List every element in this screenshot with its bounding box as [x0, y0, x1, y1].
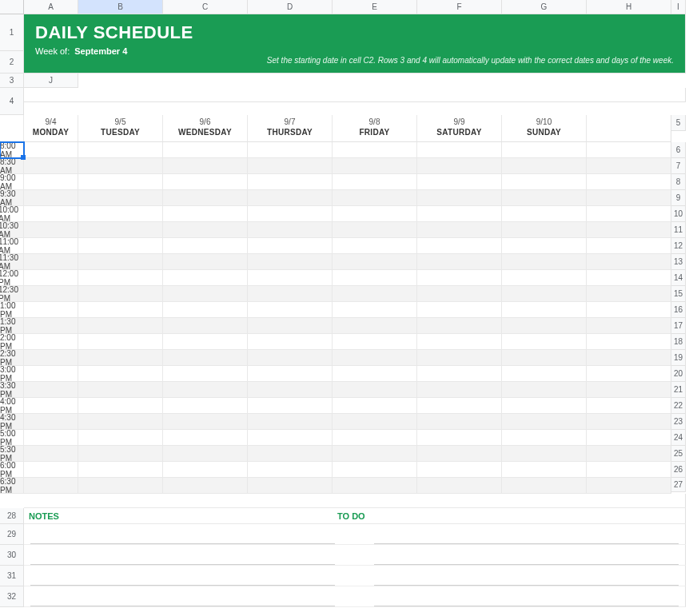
day-header-sunday[interactable]: 9/10SUNDAY	[502, 115, 587, 142]
schedule-cell[interactable]	[248, 270, 333, 286]
schedule-cell[interactable]	[248, 318, 333, 334]
schedule-cell[interactable]	[78, 254, 163, 270]
note-line-row[interactable]	[24, 524, 686, 545]
schedule-cell[interactable]	[417, 190, 502, 206]
time-label[interactable]: 8:00 AM	[0, 142, 24, 158]
day-header-thursday[interactable]: 9/7THURSDAY	[248, 115, 333, 142]
schedule-cell[interactable]	[417, 366, 502, 382]
schedule-cell[interactable]	[333, 366, 417, 382]
column-header-A[interactable]: A	[24, 0, 78, 14]
schedule-cell[interactable]	[163, 446, 248, 462]
schedule-cell[interactable]	[502, 190, 587, 206]
schedule-cell-end[interactable]	[587, 142, 671, 158]
schedule-cell[interactable]	[78, 238, 163, 254]
schedule-cell-end[interactable]	[587, 190, 671, 206]
row-header-16[interactable]: 16	[671, 302, 686, 318]
schedule-cell[interactable]	[248, 350, 333, 366]
schedule-cell[interactable]	[502, 382, 587, 398]
schedule-cell-end[interactable]	[587, 366, 671, 382]
time-label[interactable]: 8:30 AM	[0, 158, 24, 174]
schedule-cell[interactable]	[24, 318, 78, 334]
schedule-cell-end[interactable]	[587, 254, 671, 270]
schedule-cell[interactable]	[417, 350, 502, 366]
time-label[interactable]: 11:30 AM	[0, 254, 24, 270]
schedule-cell[interactable]	[417, 270, 502, 286]
schedule-cell[interactable]	[163, 382, 248, 398]
schedule-cell[interactable]	[333, 158, 417, 174]
schedule-cell-end[interactable]	[587, 446, 671, 462]
schedule-cell[interactable]	[417, 238, 502, 254]
row-header-2[interactable]: 2	[0, 51, 24, 74]
time-label[interactable]: 10:00 AM	[0, 206, 24, 222]
row-header-23[interactable]: 23	[671, 414, 686, 430]
schedule-cell-end[interactable]	[587, 174, 671, 190]
notes-line[interactable]	[30, 585, 334, 586]
schedule-cell[interactable]	[502, 334, 587, 350]
schedule-cell[interactable]	[78, 334, 163, 350]
schedule-cell[interactable]	[502, 254, 587, 270]
column-header-H[interactable]: H	[587, 0, 671, 14]
row-header-5[interactable]: 5	[671, 115, 686, 131]
schedule-cell[interactable]	[163, 478, 248, 494]
schedule-cell[interactable]	[333, 270, 417, 286]
todo-line[interactable]	[374, 564, 678, 565]
schedule-cell[interactable]	[502, 158, 587, 174]
column-header-D[interactable]: D	[248, 0, 333, 14]
schedule-cell[interactable]	[333, 430, 417, 446]
schedule-cell[interactable]	[502, 142, 587, 158]
time-label[interactable]: 1:00 PM	[0, 302, 24, 318]
row-header-20[interactable]: 20	[671, 366, 686, 382]
schedule-cell[interactable]	[24, 254, 78, 270]
row-header-13[interactable]: 13	[671, 254, 686, 270]
schedule-cell[interactable]	[417, 398, 502, 414]
row-header-28[interactable]: 28	[0, 508, 24, 524]
schedule-cell[interactable]	[24, 446, 78, 462]
row-header-25[interactable]: 25	[671, 446, 686, 462]
schedule-cell[interactable]	[417, 334, 502, 350]
schedule-cell[interactable]	[163, 462, 248, 478]
time-label[interactable]: 6:30 PM	[0, 478, 24, 494]
schedule-cell[interactable]	[248, 238, 333, 254]
schedule-cell-end[interactable]	[587, 478, 671, 494]
schedule-cell[interactable]	[78, 430, 163, 446]
notes-line[interactable]	[30, 606, 334, 606]
time-label[interactable]: 2:00 PM	[0, 334, 24, 350]
row-header-27[interactable]: 27	[671, 478, 686, 492]
schedule-cell-end[interactable]	[587, 270, 671, 286]
row-header-14[interactable]: 14	[671, 270, 686, 286]
schedule-cell-end[interactable]	[587, 414, 671, 430]
schedule-cell[interactable]	[163, 254, 248, 270]
row-header-29[interactable]: 29	[0, 524, 24, 545]
schedule-cell[interactable]	[24, 382, 78, 398]
day-header-tuesday[interactable]: 9/5TUESDAY	[78, 115, 163, 142]
todo-line[interactable]	[374, 585, 678, 586]
schedule-cell[interactable]	[163, 286, 248, 302]
notes-line[interactable]	[30, 564, 334, 565]
row-header-30[interactable]: 30	[0, 545, 24, 566]
schedule-cell[interactable]	[502, 462, 587, 478]
schedule-cell[interactable]	[24, 270, 78, 286]
time-label[interactable]: 3:00 PM	[0, 366, 24, 382]
schedule-cell[interactable]	[248, 222, 333, 238]
schedule-cell-end[interactable]	[587, 382, 671, 398]
time-label[interactable]: 9:00 AM	[0, 174, 24, 190]
schedule-cell[interactable]	[248, 174, 333, 190]
time-label[interactable]: 1:30 PM	[0, 318, 24, 334]
row-header-17[interactable]: 17	[671, 318, 686, 334]
schedule-cell[interactable]	[78, 350, 163, 366]
schedule-cell[interactable]	[502, 238, 587, 254]
schedule-cell[interactable]	[502, 206, 587, 222]
schedule-cell[interactable]	[502, 270, 587, 286]
schedule-cell[interactable]	[417, 174, 502, 190]
schedule-cell[interactable]	[163, 222, 248, 238]
select-all-corner[interactable]	[0, 0, 24, 14]
time-label[interactable]: 5:00 PM	[0, 430, 24, 446]
row-header-11[interactable]: 11	[671, 222, 686, 238]
schedule-cell[interactable]	[502, 350, 587, 366]
schedule-cell[interactable]	[333, 350, 417, 366]
blank-row[interactable]	[24, 494, 686, 508]
column-header-E[interactable]: E	[333, 0, 417, 14]
schedule-cell[interactable]	[333, 302, 417, 318]
schedule-cell[interactable]	[502, 430, 587, 446]
column-header-I[interactable]: I	[671, 0, 686, 14]
